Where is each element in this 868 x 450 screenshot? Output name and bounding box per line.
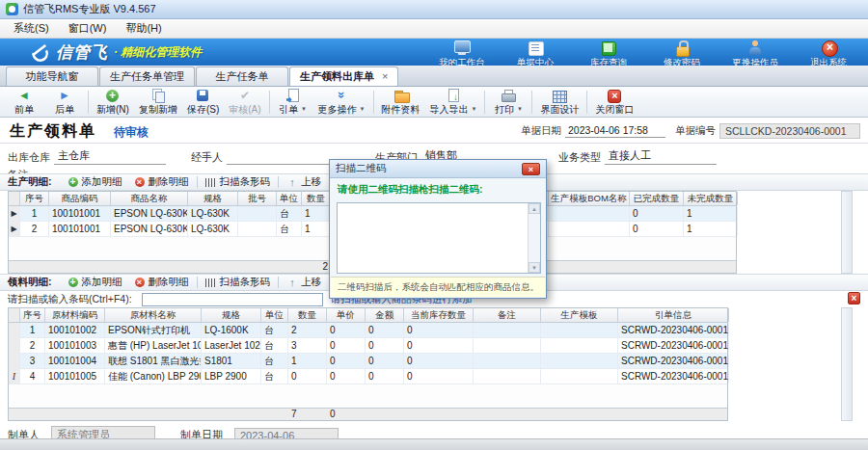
cell-undone-qty: 1 <box>684 206 738 221</box>
dialog-prompt: 请使用二维码扫描枪扫描二维码: <box>330 178 546 199</box>
tab-material-outbound[interactable]: 生产领料出库单× <box>289 66 398 86</box>
barcode-input[interactable] <box>142 293 323 306</box>
next-doc-button[interactable]: 后单 <box>44 88 85 117</box>
ui-design-button[interactable]: 界面设计 <box>535 88 583 117</box>
audit-button[interactable]: 审核(A) <box>224 88 265 117</box>
copy-add-button[interactable]: 复制新增 <box>134 88 182 117</box>
qrcode-input-area: ▲▼ <box>337 202 541 274</box>
attachment-button[interactable]: 附件资料 <box>377 88 425 117</box>
column-header[interactable]: 生产模板BOM名称 <box>549 192 630 205</box>
cell-template <box>541 354 618 368</box>
mat-move-up-button[interactable]: 上移 <box>281 276 327 289</box>
menu-window[interactable]: 窗口(W) <box>59 19 117 38</box>
status-bar <box>0 438 868 450</box>
scroll-down-icon[interactable]: ▼ <box>529 262 540 273</box>
column-header[interactable]: 单位 <box>277 192 302 205</box>
textarea-scrollbar[interactable]: ▲▼ <box>528 203 540 273</box>
menu-help[interactable]: 帮助(H) <box>116 19 171 38</box>
cell-name: 佳能 (Canon) LBP 2900+ 黑白激 <box>105 369 202 384</box>
tab-task-manage[interactable]: 生产任务单管理 <box>99 66 195 86</box>
prod-move-up-button[interactable]: 上移 <box>281 175 327 189</box>
add-button[interactable]: 新增(N) <box>92 88 134 117</box>
app-logo-icon <box>6 3 18 15</box>
cell-stock: 0 <box>404 323 474 337</box>
audit-icon <box>237 89 253 103</box>
dialog-close-icon[interactable]: × <box>522 163 540 175</box>
prod-delete-row-button[interactable]: 删除明细 <box>128 175 195 189</box>
ref-doc-button[interactable]: 引单 <box>273 88 313 117</box>
cell-name: EPSON LQ-630K <box>111 206 188 221</box>
warehouse-label: 出库仓库 <box>8 150 50 165</box>
next-doc-icon <box>57 89 72 103</box>
biztype-label: 业务类型 <box>558 150 601 165</box>
mat-scan-barcode-button[interactable]: 扫描条形码 <box>200 276 277 289</box>
scroll-up-icon[interactable]: ▲ <box>529 203 540 214</box>
switch-user-icon <box>744 40 767 56</box>
prev-doc-button[interactable]: 前单 <box>4 88 44 117</box>
cell-stock: 0 <box>404 338 474 353</box>
biztype-field[interactable]: 直接人工 <box>605 148 717 165</box>
tab-close-icon[interactable]: × <box>382 70 388 82</box>
material-detail-caption: 领料明细: <box>8 276 52 289</box>
doc-date-label: 单据日期 <box>521 124 561 138</box>
column-header[interactable]: 批号 <box>238 192 277 205</box>
warehouse-field[interactable]: 主仓库 <box>54 148 166 165</box>
column-header[interactable]: 备注 <box>474 308 541 322</box>
table-row[interactable]: 3 100101004 联想 S1801 黑白激光打印机 S1801 台 1 0… <box>9 354 727 369</box>
column-header[interactable]: 原材料名称 <box>105 308 202 322</box>
table-row[interactable]: I 4 100101005 佳能 (Canon) LBP 2900+ 黑白激 L… <box>9 369 727 384</box>
doc-date-value[interactable]: 2023-04-06 17:58 <box>565 124 665 138</box>
column-header[interactable]: 原材料编码 <box>45 308 105 322</box>
cell-spec: S1801 <box>202 354 261 368</box>
column-header[interactable]: 当前库存数量 <box>404 308 474 322</box>
prod-table-scrollbar[interactable] <box>841 191 853 274</box>
column-header[interactable]: 数量 <box>288 308 327 322</box>
import-export-button[interactable]: 导入导出 <box>425 88 482 117</box>
attachment-icon <box>393 89 409 103</box>
divider <box>0 143 868 144</box>
toolbar-separator <box>531 91 532 114</box>
doc-no-value: SCLLCKD-20230406-0001 <box>719 123 860 139</box>
column-header[interactable]: 商品名称 <box>111 192 188 205</box>
prod-scan-barcode-button[interactable]: 扫描条形码 <box>200 175 277 189</box>
column-header[interactable]: 已完成数量 <box>630 192 684 205</box>
column-header[interactable]: 规格 <box>202 308 261 322</box>
prod-add-row-button[interactable]: 添加明细 <box>62 175 128 189</box>
cell-qty: 3 <box>288 338 327 353</box>
column-header[interactable]: 序号 <box>20 192 49 205</box>
status-badge: 待审核 <box>114 124 149 141</box>
mat-add-row-button[interactable]: 添加明细 <box>62 276 128 289</box>
print-button[interactable]: 打印 <box>488 88 529 117</box>
toolbar-separator <box>197 277 198 288</box>
column-header[interactable]: 单位 <box>261 308 288 322</box>
cell-ref-doc: SCRWD-20230406-0001 <box>618 369 729 384</box>
mat-delete-row-button[interactable]: 删除明细 <box>128 276 195 289</box>
more-actions-button[interactable]: 更多操作 <box>313 88 370 117</box>
close-window-button[interactable]: 关闭窗口 <box>590 88 638 117</box>
cell-seq: 2 <box>20 222 49 236</box>
tab-function-nav[interactable]: 功能导航窗 <box>6 66 98 86</box>
barcode-icon <box>205 178 217 187</box>
column-header[interactable]: 序号 <box>20 308 45 322</box>
material-table-scrollbar[interactable] <box>841 307 853 421</box>
column-header[interactable]: 未完成数量 <box>684 192 738 205</box>
menu-system[interactable]: 系统(S) <box>4 19 59 38</box>
table-row[interactable]: 2 100101003 惠普 (HP) LaserJet 1020 LaserJ… <box>9 338 727 354</box>
table-empty-area <box>9 384 727 408</box>
qrcode-textarea[interactable] <box>338 203 540 273</box>
prod-detail-caption: 生产明细: <box>8 175 52 189</box>
cell-unit: 台 <box>261 369 288 384</box>
column-header[interactable]: 引单信息 <box>618 308 729 322</box>
inventory-icon <box>597 40 620 56</box>
column-header[interactable]: 金额 <box>366 308 404 322</box>
column-header[interactable]: 规格 <box>188 192 238 205</box>
tab-task-order[interactable]: 生产任务单 <box>196 66 288 86</box>
column-header[interactable]: 单价 <box>327 308 366 322</box>
column-header[interactable]: 生产模板 <box>541 308 618 322</box>
save-button[interactable]: 保存(S) <box>182 88 224 117</box>
table-row[interactable]: 1 100101002 EPSON针式打印机 LQ-1600K 台 2 0 0 … <box>9 323 727 338</box>
column-header[interactable]: 数量 <box>302 192 331 205</box>
save-icon <box>196 89 211 103</box>
scan-bar-close-icon[interactable]: × <box>848 292 860 304</box>
column-header[interactable]: 商品编码 <box>49 192 111 205</box>
